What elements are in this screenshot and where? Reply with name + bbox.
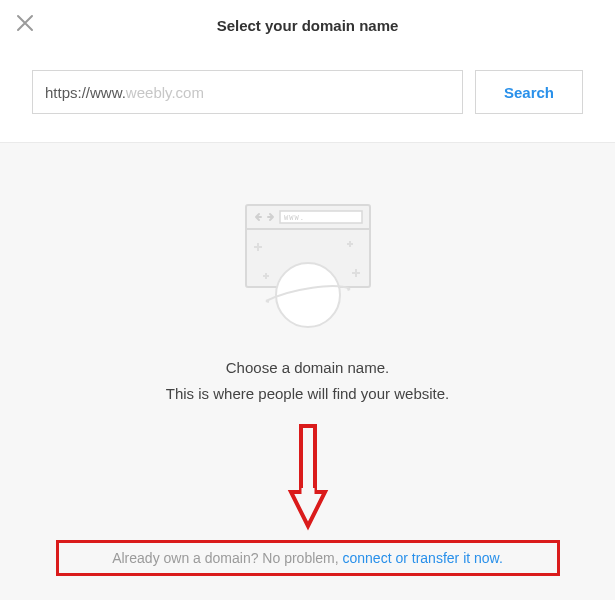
input-prefix: https://www. [45, 84, 126, 101]
browser-planet-illustration: WWW. [228, 197, 388, 337]
annotation-arrow [285, 422, 331, 532]
message-line-2: This is where people will find your webs… [0, 381, 615, 407]
header-row: Select your domain name [0, 0, 615, 46]
svg-text:WWW.: WWW. [284, 214, 305, 222]
footer-band: Already own a domain? No problem, connec… [56, 540, 560, 576]
top-section: Select your domain name https://www.weeb… [0, 0, 615, 143]
domain-input[interactable]: https://www.weebly.com [32, 70, 463, 114]
message-line-1: Choose a domain name. [0, 355, 615, 381]
search-row: https://www.weebly.com Search [0, 46, 615, 114]
connect-transfer-link[interactable]: connect or transfer it now. [343, 550, 503, 566]
page-title: Select your domain name [217, 13, 399, 34]
close-icon[interactable] [16, 14, 34, 32]
body-section: WWW. Choose a domain name. This is where… [0, 143, 615, 600]
footer-prompt: Already own a domain? No problem, [112, 550, 342, 566]
svg-marker-6 [291, 492, 325, 526]
input-placeholder: weebly.com [126, 84, 204, 101]
svg-rect-7 [301, 488, 314, 496]
svg-rect-5 [301, 426, 315, 492]
svg-point-4 [276, 263, 340, 327]
search-button[interactable]: Search [475, 70, 583, 114]
